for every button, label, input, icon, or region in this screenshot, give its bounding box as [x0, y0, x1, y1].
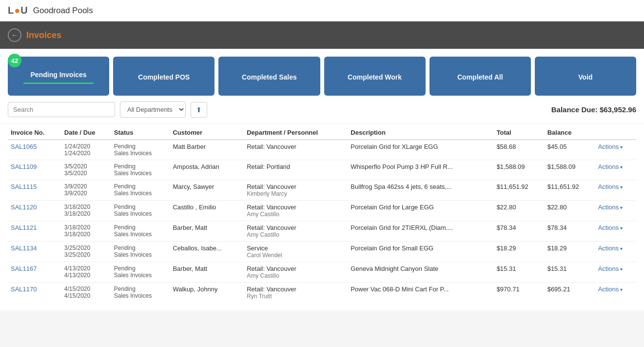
date-due: 3/18/20203/18/2020	[61, 221, 111, 242]
total: $18.29	[494, 242, 545, 262]
invoice-number: SAL1120	[8, 201, 61, 221]
invoice-number: SAL1121	[8, 221, 61, 242]
date-due: 3/5/20203/5/2020	[61, 160, 111, 180]
stat-card-void[interactable]: Void	[535, 57, 636, 96]
stat-card-completed-all[interactable]: Completed All	[429, 57, 531, 96]
logo: L●U	[8, 5, 28, 16]
actions-button[interactable]: Actions	[598, 143, 623, 150]
balance: $78.34	[545, 221, 595, 242]
table-row: SAL11203/18/20203/18/2020PendingSales In…	[8, 201, 636, 221]
total: $58.68	[494, 140, 545, 160]
stat-card-completed-sales[interactable]: Completed Sales	[218, 57, 320, 96]
actions-cell: Actions	[595, 140, 636, 160]
status: PendingSales Invoices	[111, 221, 170, 242]
description: Power Vac 068-D Mini Cart For P...	[348, 283, 493, 303]
actions-cell: Actions	[595, 180, 636, 201]
table-row: SAL10651/24/20201/24/2020PendingSales In…	[8, 140, 636, 160]
balance: $11,651.92	[545, 180, 595, 201]
stat-card-label: Completed All	[457, 73, 503, 81]
total: $78.34	[494, 221, 545, 242]
table-row: SAL11093/5/20203/5/2020PendingSales Invo…	[8, 160, 636, 180]
department-personnel: Retail: Vancouver	[244, 140, 348, 160]
col-header-2: Status	[111, 124, 170, 140]
stat-card-label: Completed Work	[348, 73, 402, 81]
total: $11,651.92	[494, 180, 545, 201]
stat-card-pending-invoices[interactable]: Pending Invoices	[8, 57, 109, 96]
actions-cell: Actions	[595, 160, 636, 180]
top-bar: L●U Goodroad Pools	[0, 0, 644, 21]
balance: $22.80	[545, 201, 595, 221]
back-icon: ←	[11, 31, 18, 39]
customer: Castillo , Emilio	[170, 201, 244, 221]
stat-card-label: Completed POS	[138, 73, 190, 81]
date-due: 3/25/20203/25/2020	[61, 242, 111, 262]
department-select[interactable]: All Departments	[120, 102, 186, 118]
table-row: SAL11674/13/20204/13/2020PendingSales In…	[8, 262, 636, 283]
logo-dot: ●	[14, 5, 20, 16]
stat-card-label: Completed Sales	[242, 73, 297, 81]
customer: Ceballos, Isabe...	[170, 242, 244, 262]
header-row: Invoice No.Date / DueStatusCustomerDepar…	[8, 124, 636, 140]
customer: Barber, Matt	[170, 221, 244, 242]
pending-count-badge: 42	[8, 54, 21, 67]
stat-card-completed-work[interactable]: Completed Work	[324, 57, 426, 96]
total: $15.31	[494, 262, 545, 283]
balance: $1,588.09	[545, 160, 595, 180]
actions-button[interactable]: Actions	[598, 183, 623, 190]
table-row: SAL11343/25/20203/25/2020PendingSales In…	[8, 242, 636, 262]
invoices-table: Invoice No.Date / DueStatusCustomerDepar…	[8, 124, 636, 303]
total: $22.80	[494, 201, 545, 221]
actions-cell: Actions	[595, 283, 636, 303]
department-personnel: Retail: VancouverRyn Truitt	[244, 283, 348, 303]
actions-button[interactable]: Actions	[598, 245, 623, 252]
customer: Matt Barber	[170, 140, 244, 160]
department-personnel: Retail: VancouverAmy Castillo	[244, 221, 348, 242]
balance: $15.31	[545, 262, 595, 283]
customer: Amposta, Adrian	[170, 160, 244, 180]
actions-button[interactable]: Actions	[598, 163, 623, 170]
invoice-number: SAL1134	[8, 242, 61, 262]
balance: $45.05	[545, 140, 595, 160]
search-input[interactable]	[8, 102, 115, 117]
section-title: Invoices	[26, 30, 61, 41]
status: PendingSales Invoices	[111, 283, 170, 303]
status: PendingSales Invoices	[111, 160, 170, 180]
total: $970.71	[494, 283, 545, 303]
table-row: SAL11213/18/20203/18/2020PendingSales In…	[8, 221, 636, 242]
status: PendingSales Invoices	[111, 180, 170, 201]
actions-button[interactable]: Actions	[598, 224, 623, 231]
col-header-7: Balance	[545, 124, 595, 140]
col-header-5: Description	[348, 124, 493, 140]
export-button[interactable]: ⬆	[191, 102, 207, 118]
invoice-number: SAL1115	[8, 180, 61, 201]
description: Whisperflo Pool Pump 3 HP Full R...	[348, 160, 493, 180]
description: Bullfrog Spa 462ss 4 jets, 6 seats,...	[348, 180, 493, 201]
back-button[interactable]: ←	[8, 28, 21, 42]
col-header-0: Invoice No.	[8, 124, 61, 140]
invoice-number: SAL1065	[8, 140, 61, 160]
department-personnel: Retail: Portland	[244, 160, 348, 180]
table-row: SAL11704/15/20204/15/2020PendingSales In…	[8, 283, 636, 303]
company-name: Goodroad Pools	[33, 6, 93, 16]
stat-card-label: Void	[578, 73, 592, 81]
department-personnel: Retail: VancouverKimberly Marcy	[244, 180, 348, 201]
stat-card-underline	[23, 82, 94, 84]
description: Porcelain Grid for XLarge EGG	[348, 140, 493, 160]
col-header-4: Department / Personnel	[244, 124, 348, 140]
stat-card-completed-pos[interactable]: Completed POS	[113, 57, 215, 96]
customer: Marcy, Sawyer	[170, 180, 244, 201]
actions-button[interactable]: Actions	[598, 265, 623, 272]
actions-button[interactable]: Actions	[598, 204, 623, 211]
department-personnel: Retail: VancouverAmy Castillo	[244, 201, 348, 221]
stats-area: 42 Pending InvoicesCompleted POSComplete…	[0, 49, 644, 96]
date-due: 4/13/20204/13/2020	[61, 262, 111, 283]
actions-cell: Actions	[595, 262, 636, 283]
actions-button[interactable]: Actions	[598, 286, 623, 293]
table-header: Invoice No.Date / DueStatusCustomerDepar…	[8, 124, 636, 140]
status: PendingSales Invoices	[111, 140, 170, 160]
total: $1,588.09	[494, 160, 545, 180]
description: Geneva Midnight Canyon Slate	[348, 262, 493, 283]
col-header-6: Total	[494, 124, 545, 140]
actions-cell: Actions	[595, 221, 636, 242]
table-container: Invoice No.Date / DueStatusCustomerDepar…	[0, 124, 644, 310]
